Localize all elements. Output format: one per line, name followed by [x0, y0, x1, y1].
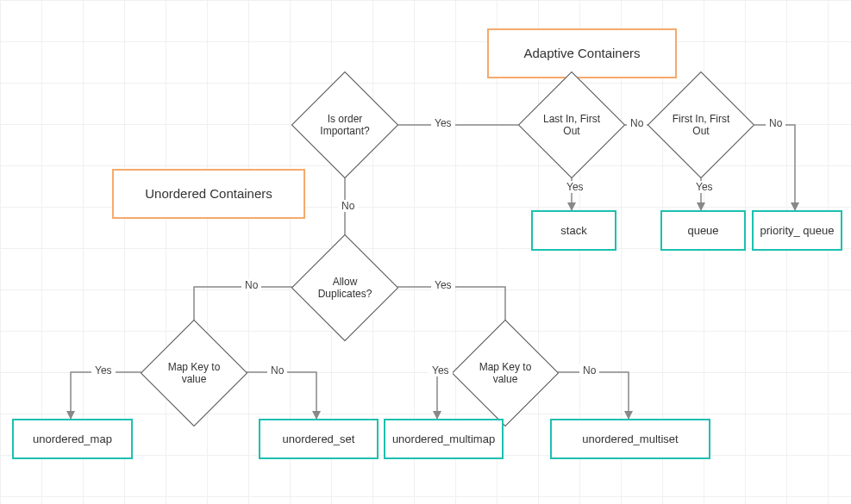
terminal-unordered-multiset: unordered_multiset: [550, 419, 710, 459]
decision-order-label: Is order Important?: [307, 113, 383, 138]
decision-map-right: Map Key to value: [467, 335, 543, 411]
edge-dups-no: No: [241, 279, 261, 291]
decision-order: Is order Important?: [307, 87, 383, 163]
edge-mapright-yes: Yes: [429, 364, 453, 376]
terminal-priority-queue: priority_ queue: [752, 210, 842, 251]
edge-lifo-no: No: [627, 117, 647, 129]
decision-dups: Allow Duplicates?: [307, 250, 383, 326]
terminal-unordered-multiset-label: unordered_multiset: [582, 432, 678, 446]
decision-fifo: First In, First Out: [663, 87, 739, 163]
edge-dups-yes: Yes: [431, 279, 455, 291]
banner-unordered-label: Unordered Containers: [145, 186, 272, 202]
decision-dups-label: Allow Duplicates?: [307, 276, 383, 301]
terminal-stack-label: stack: [560, 224, 586, 238]
edge-lifo-yes: Yes: [563, 181, 587, 193]
terminal-stack: stack: [531, 210, 616, 251]
edge-fifo-no: No: [766, 117, 785, 129]
banner-adaptive: Adaptive Containers: [487, 28, 677, 78]
decision-lifo-label: Last In, First Out: [534, 113, 610, 138]
terminal-unordered-set: unordered_set: [259, 419, 379, 459]
terminal-unordered-map-label: unordered_map: [33, 432, 112, 446]
edge-order-yes: Yes: [431, 117, 455, 129]
terminal-unordered-map: unordered_map: [12, 419, 133, 459]
edge-mapright-no: No: [579, 364, 599, 376]
banner-unordered: Unordered Containers: [112, 169, 305, 219]
edge-mapleft-no: No: [267, 364, 287, 376]
edge-order-no: No: [338, 200, 358, 212]
terminal-unordered-multimap-label: unordered_multimap: [392, 432, 495, 446]
decision-map-left: Map Key to value: [156, 335, 232, 411]
terminal-queue: queue: [660, 210, 746, 251]
decision-fifo-label: First In, First Out: [663, 113, 739, 138]
edge-fifo-yes: Yes: [692, 181, 716, 193]
terminal-unordered-set-label: unordered_set: [283, 432, 355, 446]
decision-map-left-label: Map Key to value: [156, 361, 232, 386]
decision-map-right-label: Map Key to value: [467, 361, 543, 386]
terminal-unordered-multimap: unordered_multimap: [384, 419, 504, 459]
terminal-priority-queue-label: priority_ queue: [760, 224, 835, 238]
banner-adaptive-label: Adaptive Containers: [523, 46, 640, 61]
decision-lifo: Last In, First Out: [534, 87, 610, 163]
edge-mapleft-yes: Yes: [91, 364, 116, 376]
terminal-queue-label: queue: [687, 224, 718, 238]
